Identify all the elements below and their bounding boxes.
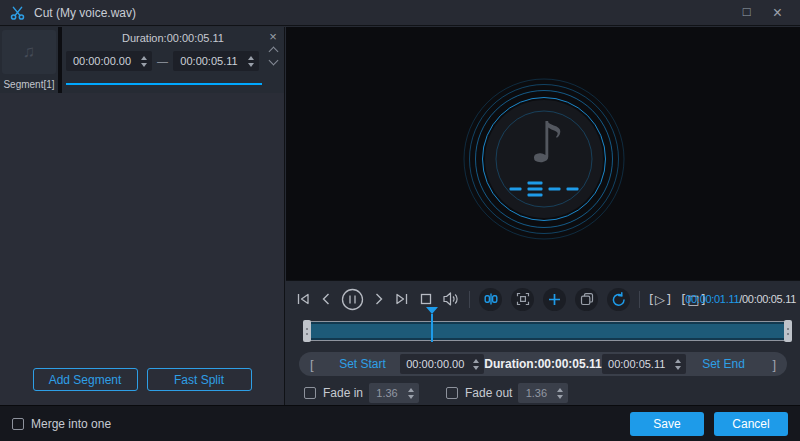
step-forward-button[interactable]	[373, 287, 385, 311]
merge-checkbox[interactable]	[12, 418, 24, 430]
crop-region-icon	[516, 292, 530, 306]
music-note-icon: ♫	[23, 42, 36, 62]
fade-out-checkbox[interactable]	[446, 387, 458, 399]
total-time: 00:00:05.11	[742, 293, 796, 305]
fade-in-value-box	[369, 383, 419, 403]
split-button[interactable]	[479, 288, 502, 311]
duration-label: Duration:00:00:05.11	[484, 357, 601, 371]
merge-label: Merge into one	[31, 417, 111, 431]
fade-out-input[interactable]	[518, 387, 554, 399]
copy-icon	[580, 292, 594, 306]
footer-bar: Merge into one Save Cancel	[0, 405, 800, 441]
add-segment-button[interactable]: Add Segment	[33, 368, 138, 391]
start-time-spinner[interactable]	[470, 359, 482, 370]
segment-start-time-input[interactable]	[66, 55, 138, 67]
transport-bar: [▷] [□]	[295, 287, 707, 311]
audio-preview: ♪	[286, 27, 800, 280]
playback-controls-panel: [▷] [□] 00:00:01.11/00:00:05.11 [ Set St…	[286, 280, 800, 405]
volume-button[interactable]	[442, 287, 460, 311]
segment-progress-bar	[66, 83, 262, 85]
segment-start-time-box	[66, 51, 152, 71]
cut-dialog: Cut (My voice.wav) □ × ♫ Segment[1] Dura…	[0, 0, 800, 441]
time-display: 00:00:01.11/00:00:05.11	[685, 287, 796, 311]
separator	[639, 291, 640, 308]
copy-button[interactable]	[575, 288, 598, 311]
pause-button[interactable]	[341, 287, 364, 311]
range-dash: —	[157, 55, 168, 67]
maximize-button[interactable]: □	[743, 5, 751, 21]
go-end-icon	[394, 291, 410, 307]
close-bracket: ]	[761, 357, 787, 372]
fade-in-spinner[interactable]	[405, 388, 417, 399]
equalizer-icon	[510, 182, 579, 197]
end-time-input[interactable]	[602, 358, 672, 370]
trim-end-handle[interactable]	[784, 320, 792, 342]
trim-start-handle[interactable]	[303, 320, 311, 342]
segment-panel: ♫ Segment[1] Duration:00:00:05.11 —	[0, 27, 285, 405]
reset-button[interactable]	[607, 288, 630, 311]
fade-out-spinner[interactable]	[554, 388, 566, 399]
fade-out-value-box	[518, 383, 568, 403]
timeline-track[interactable]	[304, 321, 791, 341]
go-start-icon	[295, 291, 311, 307]
save-button[interactable]: Save	[630, 412, 704, 436]
play-segment-button[interactable]: [▷]	[649, 287, 672, 311]
segment-thumbnail-column: ♫ Segment[1]	[0, 27, 58, 93]
scissors-icon	[10, 6, 25, 20]
start-time-box	[400, 354, 484, 374]
segment-end-spinner[interactable]	[245, 56, 257, 67]
crop-region-button[interactable]	[511, 288, 534, 311]
pause-icon	[341, 288, 364, 311]
chevron-left-icon	[320, 292, 332, 306]
segment-end-time-box	[173, 51, 259, 71]
fade-in-checkbox[interactable]	[304, 387, 316, 399]
open-bracket: [	[299, 357, 325, 372]
end-time-spinner[interactable]	[672, 359, 684, 370]
cancel-button[interactable]: Cancel	[714, 412, 788, 436]
reset-icon	[611, 292, 626, 307]
start-time-input[interactable]	[400, 358, 470, 370]
fade-in-label: Fade in	[323, 386, 363, 400]
set-end-button[interactable]: Set End	[686, 357, 762, 371]
segment-thumbnail[interactable]: ♫	[2, 30, 56, 74]
segment-start-spinner[interactable]	[138, 56, 150, 67]
end-time-box	[602, 354, 686, 374]
playhead[interactable]	[431, 314, 433, 342]
segment-end-time-input[interactable]	[173, 55, 245, 67]
segment-detail-card: Duration:00:00:05.11 — ×	[62, 27, 284, 93]
trim-bar: [ Set Start Duration:00:00:05.11 Set End…	[299, 352, 787, 376]
go-start-button[interactable]	[295, 287, 311, 311]
fast-split-button[interactable]: Fast Split	[147, 368, 252, 391]
fade-options: Fade in Fade out	[304, 382, 568, 404]
split-icon	[484, 292, 498, 306]
editor-area: ♪	[286, 27, 800, 405]
stop-icon	[419, 292, 433, 306]
fade-out-label: Fade out	[465, 386, 512, 400]
music-note-icon: ♪	[529, 110, 565, 175]
separator	[469, 291, 470, 308]
segment-move-down-icon[interactable]	[268, 56, 278, 66]
segment-duration-label: Duration:00:00:05.11	[62, 27, 284, 44]
go-end-button[interactable]	[394, 287, 410, 311]
segment-remove-button[interactable]: ×	[269, 32, 277, 42]
close-button[interactable]: ×	[773, 5, 782, 21]
title-bar: Cut (My voice.wav) □ ×	[0, 0, 800, 26]
fade-in-input[interactable]	[369, 387, 405, 399]
step-back-button[interactable]	[320, 287, 332, 311]
timeline[interactable]	[304, 321, 791, 341]
window-title: Cut (My voice.wav)	[34, 6, 136, 20]
current-time: 00:00:01.11	[685, 293, 739, 305]
segment-label: Segment[1]	[0, 79, 58, 90]
plus-icon	[548, 293, 561, 306]
chevron-right-icon	[373, 292, 385, 306]
speaker-icon	[442, 291, 460, 307]
set-start-button[interactable]: Set Start	[325, 357, 401, 371]
add-button[interactable]	[543, 288, 566, 311]
segment-entry[interactable]: ♫ Segment[1] Duration:00:00:05.11 —	[0, 27, 284, 93]
